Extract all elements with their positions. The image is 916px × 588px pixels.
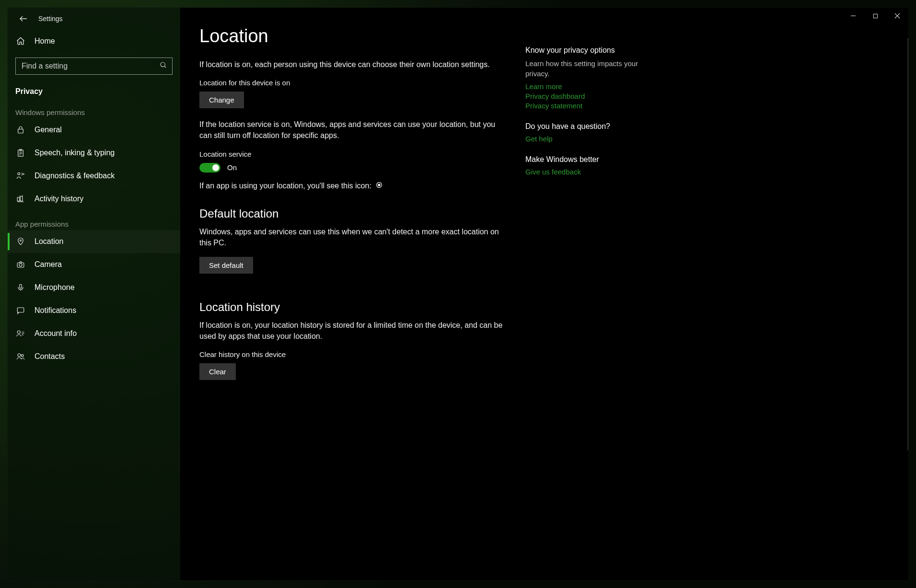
- window-controls: [842, 8, 908, 24]
- aside-column: Know your privacy options Learn how this…: [525, 8, 674, 580]
- nav-item-label: Speech, inking & typing: [35, 149, 115, 157]
- window-title: Settings: [38, 15, 63, 23]
- default-location-heading: Default location: [199, 207, 506, 220]
- privacy-options-heading: Know your privacy options: [525, 46, 660, 55]
- location-history-heading: Location history: [199, 300, 506, 314]
- page-title: Location: [199, 26, 506, 46]
- service-text: If the location service is on, Windows, …: [199, 119, 506, 141]
- service-label: Location service: [199, 150, 506, 158]
- toggle-state-label: On: [227, 163, 237, 172]
- nav-pane: Settings Home Privacy Windows permission…: [8, 8, 180, 580]
- close-button[interactable]: [886, 8, 908, 24]
- svg-point-17: [378, 184, 380, 186]
- nav-item-speech[interactable]: Speech, inking & typing: [8, 141, 180, 164]
- nav-item-label: Contacts: [35, 352, 65, 361]
- nav-item-label: Account info: [35, 329, 77, 338]
- location-history-text: If location is on, your location history…: [199, 320, 506, 342]
- svg-point-13: [18, 354, 21, 357]
- content-scrollbar[interactable]: [907, 38, 908, 450]
- timeline-icon: [15, 194, 26, 204]
- location-service-toggle[interactable]: [199, 163, 220, 173]
- nav-item-location[interactable]: Location: [8, 230, 180, 253]
- get-help-link[interactable]: Get help: [525, 135, 660, 143]
- set-default-button[interactable]: Set default: [199, 257, 253, 274]
- clipboard-icon: [15, 148, 26, 158]
- nav-item-account[interactable]: Account info: [8, 322, 180, 345]
- nav-item-activity[interactable]: Activity history: [8, 187, 180, 210]
- svg-rect-11: [17, 308, 24, 312]
- location-service-toggle-row: On: [199, 163, 506, 173]
- nav-scroll: Home Privacy Windows permissions General…: [8, 30, 180, 580]
- nav-item-label: Microphone: [35, 283, 75, 292]
- clear-button[interactable]: Clear: [199, 363, 236, 380]
- device-status-label: Location for this device is on: [199, 79, 506, 87]
- lock-icon: [15, 125, 26, 135]
- contacts-icon: [15, 351, 26, 362]
- camera-icon: [15, 259, 26, 270]
- make-better-heading: Make Windows better: [525, 155, 660, 164]
- nav-item-label: General: [35, 126, 62, 134]
- nav-item-camera[interactable]: Camera: [8, 253, 180, 276]
- svg-rect-15: [873, 14, 877, 18]
- location-usage-icon: [375, 181, 383, 191]
- nav-item-diagnostics[interactable]: Diagnostics & feedback: [8, 164, 180, 187]
- svg-rect-5: [17, 197, 20, 201]
- nav-item-label: Diagnostics & feedback: [35, 172, 115, 180]
- nav-item-label: Activity history: [35, 195, 83, 203]
- svg-point-7: [20, 240, 22, 241]
- app-using-text: If an app is using your location, you'll…: [199, 182, 371, 190]
- nav-category: Privacy: [8, 79, 180, 99]
- intro-text: If location is on, each person using thi…: [199, 59, 506, 70]
- chat-icon: [15, 305, 26, 316]
- app-using-location-note: If an app is using your location, you'll…: [199, 181, 506, 191]
- svg-rect-6: [20, 196, 23, 201]
- maximize-button[interactable]: [864, 8, 886, 24]
- nav-header: Settings: [8, 8, 180, 30]
- nav-home[interactable]: Home: [8, 30, 180, 53]
- privacy-dashboard-link[interactable]: Privacy dashboard: [525, 92, 660, 100]
- group-windows-perms: Windows permissions: [8, 99, 180, 118]
- nav-item-label: Location: [35, 237, 64, 246]
- nav-item-microphone[interactable]: Microphone: [8, 276, 180, 299]
- question-heading: Do you have a question?: [525, 122, 660, 131]
- svg-point-9: [19, 264, 22, 266]
- search-box[interactable]: [15, 58, 173, 75]
- nav-home-label: Home: [35, 37, 55, 46]
- search-icon: [160, 61, 167, 71]
- home-icon: [15, 36, 26, 46]
- main-column: Location If location is on, each person …: [180, 8, 525, 580]
- svg-rect-1: [18, 129, 23, 133]
- account-icon: [15, 328, 26, 339]
- svg-point-0: [161, 62, 165, 67]
- back-button[interactable]: [15, 11, 32, 27]
- privacy-options-text: Learn how this setting impacts your priv…: [525, 58, 660, 79]
- location-icon: [15, 236, 26, 247]
- group-app-perms: App permissions: [8, 210, 180, 230]
- search-input[interactable]: [21, 61, 157, 71]
- mic-icon: [15, 282, 26, 293]
- svg-point-12: [17, 331, 20, 334]
- svg-point-4: [18, 173, 20, 175]
- nav-item-notifications[interactable]: Notifications: [8, 299, 180, 322]
- nav-item-label: Notifications: [35, 306, 76, 315]
- feedback-link[interactable]: Give us feedback: [525, 168, 660, 176]
- nav-item-general[interactable]: General: [8, 118, 180, 141]
- learn-more-link[interactable]: Learn more: [525, 82, 660, 91]
- clear-history-label: Clear history on this device: [199, 350, 506, 358]
- nav-item-contacts[interactable]: Contacts: [8, 345, 180, 368]
- svg-point-14: [22, 355, 24, 357]
- settings-window: Settings Home Privacy Windows permission…: [7, 7, 909, 581]
- privacy-statement-link[interactable]: Privacy statement: [525, 102, 660, 110]
- content-pane: Location If location is on, each person …: [180, 8, 908, 580]
- default-location-text: Windows, apps and services can use this …: [199, 226, 506, 248]
- nav-item-label: Camera: [35, 260, 62, 269]
- svg-rect-10: [20, 284, 22, 288]
- minimize-button[interactable]: [842, 8, 864, 24]
- feedback-icon: [15, 171, 26, 181]
- change-button[interactable]: Change: [199, 92, 244, 108]
